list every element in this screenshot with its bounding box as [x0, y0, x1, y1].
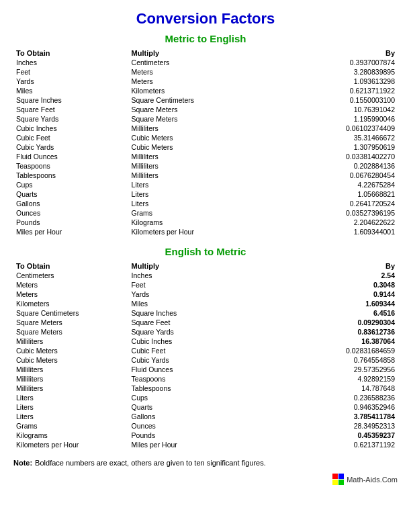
footer: Math-Aids.Com	[13, 474, 398, 485]
table-row: Liters Gallons 3.785411784	[13, 412, 398, 421]
footer-logo-text: Math-Aids.Com	[347, 476, 398, 484]
table-row: Gallons Liters 0.2641720524	[13, 199, 398, 208]
cell-by: 0.1550003100	[282, 95, 398, 105]
cell-by: 3.280839895	[282, 67, 398, 77]
cell-by: 3.785411784	[282, 412, 398, 421]
cell-by: 1.195990046	[282, 114, 398, 124]
table-row: Feet Meters 3.280839895	[13, 67, 398, 77]
table-row: Cubic Meters Cubic Feet 0.02831684659	[13, 346, 398, 355]
cell-multiply: Meters	[129, 67, 283, 77]
cell-obtain: Grams	[13, 421, 129, 431]
table-row: Miles per Hour Kilometers per Hour 1.609…	[13, 227, 398, 236]
table-row: Pounds Kilograms 2.204622622	[13, 218, 398, 227]
cell-obtain: Kilometers	[13, 299, 129, 308]
english-to-metric-table: To Obtain Multiply By Centimeters Inches…	[13, 261, 398, 449]
cell-by: 0.9144	[282, 290, 398, 299]
cell-by: 6.4516	[282, 308, 398, 318]
cell-multiply: Milliliters	[129, 152, 283, 161]
cell-multiply: Liters	[129, 199, 283, 208]
cell-by: 0.09290304	[282, 318, 398, 327]
table-row: Square Meters Square Feet 0.09290304	[13, 318, 398, 327]
logo-icon	[332, 474, 344, 485]
table-row: Grams Ounces 28.34952313	[13, 421, 398, 431]
table-row: Cubic Feet Cubic Meters 35.31466672	[13, 133, 398, 142]
cell-obtain: Teaspoons	[13, 161, 129, 171]
table-row: Inches Centimeters 0.3937007874	[13, 58, 398, 67]
cell-obtain: Quarts	[13, 189, 129, 199]
cell-obtain: Cubic Meters	[13, 355, 129, 365]
cell-obtain: Cubic Yards	[13, 142, 129, 152]
cell-multiply: Kilometers per Hour	[129, 227, 283, 236]
table-row: Kilometers Miles 1.609344	[13, 299, 398, 308]
cell-by: 4.92892159	[282, 374, 398, 384]
col-header-obtain-1: To Obtain	[13, 48, 129, 58]
cell-obtain: Miles per Hour	[13, 227, 129, 236]
cell-multiply: Square Yards	[129, 327, 283, 337]
cell-multiply: Meters	[129, 77, 283, 86]
cell-obtain: Cups	[13, 180, 129, 189]
cell-obtain: Kilograms	[13, 431, 129, 440]
cell-by: 0.06102374409	[282, 124, 398, 133]
cell-by: 0.236588236	[282, 393, 398, 402]
cell-multiply: Ounces	[129, 421, 283, 431]
cell-by: 0.83612736	[282, 327, 398, 337]
cell-multiply: Kilograms	[129, 218, 283, 227]
cell-multiply: Cups	[129, 393, 283, 402]
logo-sq-red	[332, 474, 338, 479]
cell-multiply: Miles	[129, 299, 283, 308]
cell-multiply: Teaspoons	[129, 374, 283, 384]
cell-obtain: Liters	[13, 393, 129, 402]
cell-by: 1.307950619	[282, 142, 398, 152]
cell-by: 4.22675284	[282, 180, 398, 189]
cell-obtain: Milliliters	[13, 374, 129, 384]
note-text: Boldface numbers are exact, others are g…	[35, 459, 266, 467]
cell-obtain: Gallons	[13, 199, 129, 208]
table-row: Kilometers per Hour Miles per Hour 0.621…	[13, 440, 398, 449]
logo-sq-green	[338, 480, 344, 485]
table-row: Miles Kilometers 0.6213711922	[13, 86, 398, 95]
cell-multiply: Inches	[129, 271, 283, 280]
cell-by: 0.2641720524	[282, 199, 398, 208]
cell-multiply: Milliliters	[129, 161, 283, 171]
cell-by: 2.204622622	[282, 218, 398, 227]
cell-by: 0.03527396195	[282, 208, 398, 218]
cell-by: 10.76391042	[282, 105, 398, 114]
cell-obtain: Feet	[13, 67, 129, 77]
cell-by: 14.787648	[282, 384, 398, 393]
logo-sq-yellow	[332, 480, 338, 485]
cell-obtain: Tablespoons	[13, 171, 129, 180]
cell-by: 0.202884136	[282, 161, 398, 171]
logo-sq-blue	[338, 474, 344, 479]
col-header-by-1: By	[282, 48, 398, 58]
cell-multiply: Square Centimeters	[129, 95, 283, 105]
table-row: Cubic Meters Cubic Yards 0.764554858	[13, 355, 398, 365]
cell-multiply: Square Feet	[129, 318, 283, 327]
cell-obtain: Liters	[13, 402, 129, 412]
cell-by: 0.946352946	[282, 402, 398, 412]
cell-multiply: Gallons	[129, 412, 283, 421]
table-row: Cubic Inches Milliliters 0.06102374409	[13, 124, 398, 133]
cell-obtain: Square Inches	[13, 95, 129, 105]
cell-multiply: Fluid Ounces	[129, 365, 283, 374]
cell-by: 2.54	[282, 271, 398, 280]
table-row: Liters Quarts 0.946352946	[13, 402, 398, 412]
cell-multiply: Cubic Meters	[129, 142, 283, 152]
cell-obtain: Fluid Ounces	[13, 152, 129, 161]
cell-multiply: Kilometers	[129, 86, 283, 95]
table-row: Yards Meters 1.093613298	[13, 77, 398, 86]
col-header-multiply-2: Multiply	[129, 261, 283, 271]
math-aids-logo: Math-Aids.Com	[332, 474, 398, 485]
cell-obtain: Liters	[13, 412, 129, 421]
table-row: Cups Liters 4.22675284	[13, 180, 398, 189]
cell-obtain: Pounds	[13, 218, 129, 227]
cell-by: 0.3048	[282, 280, 398, 290]
table-row: Quarts Liters 1.05668821	[13, 189, 398, 199]
cell-multiply: Miles per Hour	[129, 440, 283, 449]
table-row: Teaspoons Milliliters 0.202884136	[13, 161, 398, 171]
table-row: Cubic Yards Cubic Meters 1.307950619	[13, 142, 398, 152]
cell-obtain: Square Feet	[13, 105, 129, 114]
cell-by: 1.609344	[282, 299, 398, 308]
cell-by: 0.02831684659	[282, 346, 398, 355]
table-row: Square Feet Square Meters 10.76391042	[13, 105, 398, 114]
metric-to-english-table: To Obtain Multiply By Inches Centimeters…	[13, 48, 398, 236]
